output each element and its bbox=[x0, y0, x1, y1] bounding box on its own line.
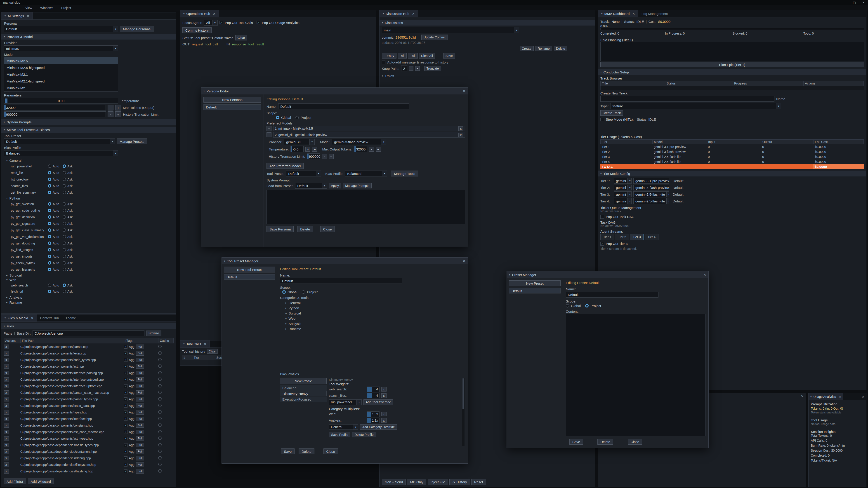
full-button[interactable]: Full bbox=[136, 436, 144, 441]
cache-indicator-icon[interactable] bbox=[158, 397, 162, 400]
model-option[interactable]: MiniMax-M2.1 bbox=[4, 71, 118, 78]
auto-radio[interactable] bbox=[48, 215, 51, 219]
save-profile-button[interactable]: Save Profile bbox=[329, 432, 350, 437]
pop-out-tool-calls-checkbox[interactable]: ✓ bbox=[219, 21, 223, 24]
weight-input[interactable]: 4 bbox=[367, 387, 379, 392]
remove-weight-button[interactable]: x bbox=[381, 387, 386, 392]
provider-select[interactable]: gemini_cli▾ bbox=[284, 139, 315, 145]
delete-persona-button[interactable]: Delete bbox=[297, 226, 313, 232]
agg-checkbox[interactable]: ✓ bbox=[124, 391, 127, 394]
comms-history-button[interactable]: Comms History bbox=[182, 27, 212, 33]
menu-item[interactable]: Project bbox=[61, 6, 71, 10]
agg-checkbox[interactable]: ✓ bbox=[124, 417, 127, 421]
remove-file-button[interactable]: x bbox=[4, 364, 9, 369]
stream-tab[interactable]: Tier 2 bbox=[615, 234, 629, 240]
full-button[interactable]: Full bbox=[136, 364, 144, 369]
apply-button[interactable]: Apply bbox=[329, 183, 341, 188]
save-persona-button[interactable]: Save Persona bbox=[267, 226, 293, 232]
remove-file-button[interactable]: x bbox=[4, 443, 9, 447]
close-icon[interactable]: ✕ bbox=[27, 14, 29, 18]
increment-button[interactable]: + bbox=[115, 111, 121, 117]
agg-checkbox[interactable]: ✓ bbox=[124, 443, 127, 447]
full-button[interactable]: Full bbox=[136, 371, 144, 375]
increment-button[interactable]: + bbox=[115, 105, 121, 110]
remove-multiplier-button[interactable]: x bbox=[381, 412, 386, 416]
plan-epic-button[interactable]: Plan Epic (Tier 1) bbox=[600, 62, 864, 67]
multiplier-input[interactable]: 1.3x bbox=[367, 418, 379, 423]
remove-multiplier-button[interactable]: x bbox=[381, 418, 386, 423]
step-mode-checkbox[interactable] bbox=[600, 118, 604, 121]
system-prompt-textarea[interactable] bbox=[267, 190, 465, 224]
decrement-button[interactable]: - bbox=[369, 147, 374, 152]
decrement-button[interactable]: - bbox=[107, 111, 114, 117]
auto-radio[interactable] bbox=[48, 177, 51, 181]
cache-indicator-icon[interactable] bbox=[158, 378, 162, 381]
delete-button[interactable]: Delete bbox=[299, 449, 314, 454]
tab-context-hub[interactable]: Context Hub bbox=[37, 315, 62, 322]
multiplier-input[interactable]: 1.5x bbox=[367, 412, 379, 417]
ask-radio[interactable] bbox=[63, 228, 66, 232]
cache-indicator-icon[interactable] bbox=[158, 469, 162, 473]
ask-radio[interactable] bbox=[63, 261, 66, 265]
auto-radio[interactable] bbox=[48, 209, 51, 212]
scope-global-radio[interactable] bbox=[566, 304, 569, 307]
agg-checkbox[interactable]: ✓ bbox=[124, 450, 127, 453]
decrement-button[interactable]: - bbox=[305, 147, 310, 152]
close-icon[interactable]: ✕ bbox=[412, 12, 415, 15]
close-button[interactable]: Close bbox=[628, 439, 642, 445]
keep-pairs-increment[interactable]: + bbox=[415, 66, 420, 71]
pop-out-tier3-checkbox[interactable]: ✓ bbox=[600, 242, 604, 246]
agg-checkbox[interactable]: ✓ bbox=[124, 397, 127, 401]
close-icon[interactable]: ✕ bbox=[204, 342, 207, 346]
remove-model-button[interactable]: x bbox=[458, 133, 464, 137]
agg-checkbox[interactable]: ✓ bbox=[124, 358, 127, 362]
minimize-icon[interactable]: – bbox=[845, 1, 846, 4]
full-button[interactable]: Full bbox=[136, 397, 144, 401]
profile-list-item[interactable]: Balanced bbox=[280, 385, 327, 391]
tool-group-surgical[interactable]: ▸Surgical bbox=[6, 273, 173, 277]
increment-button[interactable]: + bbox=[376, 147, 381, 152]
tab-usage-analytics[interactable]: ▾ Usage Analytics ✕ bbox=[809, 393, 843, 400]
full-button[interactable]: Full bbox=[136, 462, 144, 467]
tab-ai-settings[interactable]: ▾ AI Settings ✕ bbox=[1, 12, 33, 20]
category-tree-item[interactable]: ▸General bbox=[285, 300, 465, 305]
full-button[interactable]: Full bbox=[136, 345, 144, 349]
weight-input[interactable]: 4 bbox=[367, 393, 379, 398]
manage-presets-button[interactable]: Manage Presets bbox=[117, 138, 147, 144]
entry-button[interactable]: +All bbox=[408, 53, 418, 59]
full-button[interactable]: Full bbox=[136, 410, 144, 415]
full-button[interactable]: Full bbox=[136, 430, 144, 434]
remove-file-button[interactable]: x bbox=[4, 351, 9, 356]
composer-button[interactable]: MD Only bbox=[407, 479, 426, 485]
new-profile-button[interactable]: New Profile bbox=[280, 378, 327, 384]
discussions-header[interactable]: ▾Discussions bbox=[379, 20, 595, 26]
model-option[interactable]: MiniMax-M2 bbox=[4, 85, 118, 91]
close-button[interactable]: Close bbox=[320, 226, 335, 232]
max-output-input[interactable]: 32000 bbox=[354, 146, 367, 152]
cache-indicator-icon[interactable] bbox=[158, 351, 162, 355]
persona-select[interactable]: Default▾ bbox=[4, 26, 118, 32]
epic-planning-textarea[interactable] bbox=[600, 42, 864, 61]
close-icon[interactable]: ✕ bbox=[31, 316, 33, 320]
active-presets-header[interactable]: ▾Active Tool Presets & Biases bbox=[1, 127, 176, 133]
bias-profile-select[interactable]: Balanced▾ bbox=[345, 170, 387, 176]
track-name-input[interactable] bbox=[600, 96, 774, 102]
agg-checkbox[interactable]: ✓ bbox=[124, 411, 127, 414]
manage-tools-button[interactable]: Manage Tools bbox=[391, 170, 418, 176]
ask-radio[interactable] bbox=[63, 241, 66, 245]
auto-radio[interactable] bbox=[48, 268, 51, 271]
tool-group-python[interactable]: ▾Python bbox=[6, 196, 173, 200]
agg-checkbox[interactable]: ✓ bbox=[124, 430, 127, 434]
tier-model-select[interactable]: gemini-3-flash-preview▾ bbox=[633, 185, 669, 191]
conductor-setup-header[interactable]: ▾Conductor Setup bbox=[598, 69, 866, 75]
files-header[interactable]: ▾Files bbox=[1, 323, 176, 329]
tool-preset-list-item[interactable]: Default bbox=[224, 274, 275, 280]
close-panel-icon[interactable]: ✕ bbox=[862, 395, 866, 398]
add-preferred-model-button[interactable]: Add Preferred Model bbox=[267, 163, 304, 169]
create-discussion-button[interactable]: Create bbox=[520, 46, 534, 51]
entry-button[interactable]: + Entry bbox=[382, 53, 397, 59]
remove-file-button[interactable]: x bbox=[4, 462, 9, 467]
remove-file-button[interactable]: x bbox=[4, 456, 9, 460]
full-button[interactable]: Full bbox=[136, 390, 144, 395]
browse-button[interactable]: Browse bbox=[146, 330, 161, 336]
